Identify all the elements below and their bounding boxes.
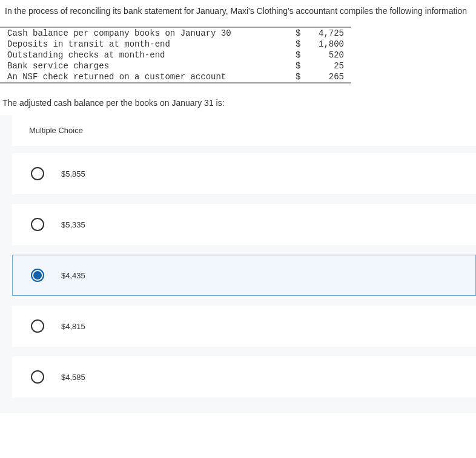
row-dollar: $ <box>296 28 314 38</box>
mc-option-3[interactable]: $4,435 <box>12 255 476 296</box>
row-dollar: $ <box>296 50 314 60</box>
row-value: 25 <box>314 61 344 71</box>
option-label: $4,815 <box>61 322 85 331</box>
mc-option-5[interactable]: $4,585 <box>12 356 476 397</box>
radio-icon <box>31 218 44 231</box>
mc-options-list: $5,855 $5,335 $4,435 $4,815 $4,585 <box>0 153 476 413</box>
mc-option-4[interactable]: $4,815 <box>12 306 476 347</box>
table-row: Deposits in transit at month-end $ 1,800 <box>0 39 351 50</box>
option-label: $4,435 <box>61 271 85 280</box>
row-dollar: $ <box>296 61 314 71</box>
option-label: $5,855 <box>61 169 85 178</box>
radio-icon <box>31 370 44 384</box>
row-value: 520 <box>314 50 344 60</box>
multiple-choice-section: Multiple Choice $5,855 $5,335 $4,435 $4,… <box>0 115 476 413</box>
radio-icon <box>31 269 44 282</box>
row-value: 1,800 <box>314 39 344 49</box>
table-row: Outstanding checks at month-end $ 520 <box>0 50 351 61</box>
option-label: $5,335 <box>61 220 85 229</box>
question-intro: In the process of reconciling its bank s… <box>0 0 476 22</box>
table-row: An NSF check returned on a customer acco… <box>0 71 351 82</box>
row-label: Outstanding checks at month-end <box>7 50 296 60</box>
row-dollar: $ <box>296 39 314 49</box>
mc-option-1[interactable]: $5,855 <box>12 153 476 194</box>
row-label: An NSF check returned on a customer acco… <box>7 72 296 82</box>
row-label: Deposits in transit at month-end <box>7 39 296 49</box>
mc-title: Multiple Choice <box>12 115 476 146</box>
radio-icon <box>31 167 44 180</box>
table-row: Bank service charges $ 25 <box>0 61 351 71</box>
option-label: $4,585 <box>61 373 85 382</box>
row-dollar: $ <box>296 72 314 82</box>
table-row: Cash balance per company books on Januar… <box>0 28 351 39</box>
row-label: Cash balance per company books on Januar… <box>7 28 296 38</box>
mc-option-2[interactable]: $5,335 <box>12 204 476 245</box>
row-value: 265 <box>314 72 344 82</box>
row-value: 4,725 <box>314 28 344 38</box>
question-prompt: The adjusted cash balance per the books … <box>0 83 476 115</box>
radio-icon <box>31 319 44 333</box>
data-table: Cash balance per company books on Januar… <box>0 27 351 83</box>
row-label: Bank service charges <box>7 61 296 71</box>
